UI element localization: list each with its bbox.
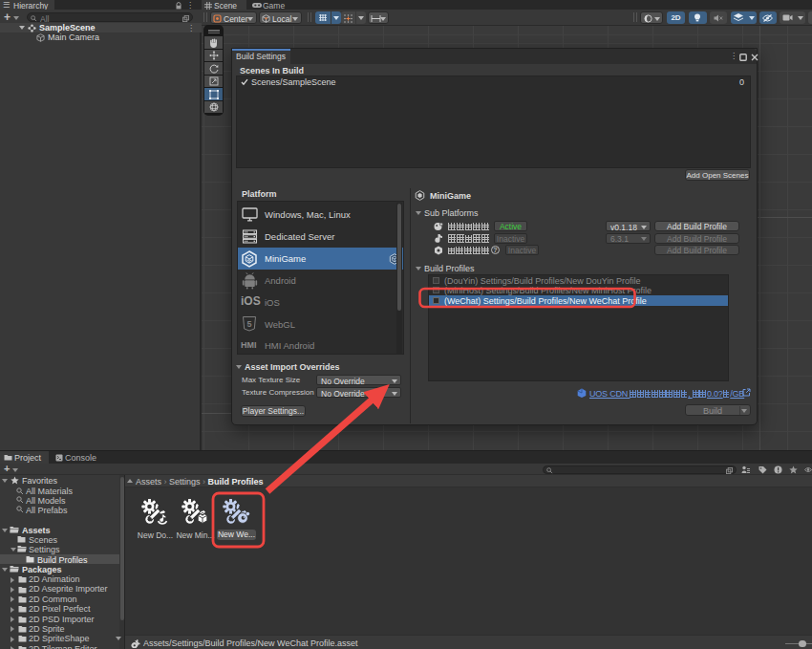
svg-text:5: 5 [246,319,251,329]
